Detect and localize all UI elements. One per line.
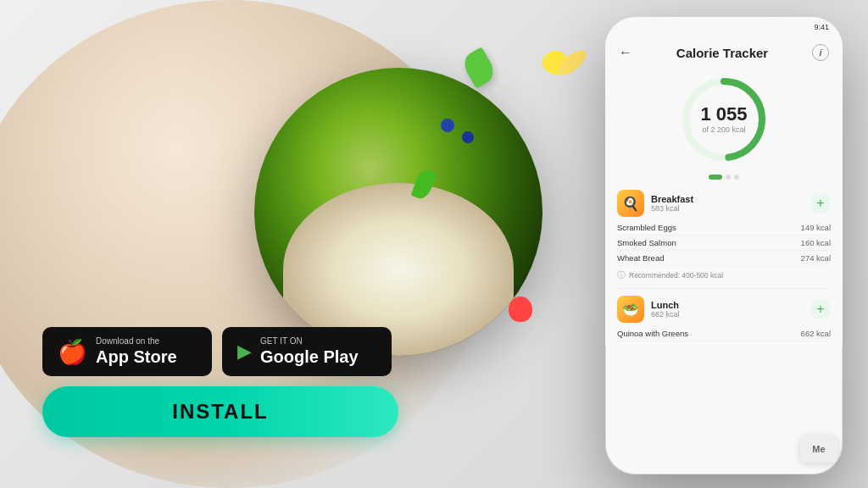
dot-3 xyxy=(734,175,739,180)
google-play-large-label: Google Play xyxy=(260,347,359,367)
recommendation-text: Recommended: 400-500 kcal xyxy=(629,271,723,280)
lunch-section: 🥗 Lunch 662 kcal + Quinoa with Greens 66… xyxy=(605,289,843,345)
dot-1 xyxy=(709,175,722,180)
berry-decoration-1 xyxy=(441,119,454,132)
lunch-header: 🥗 Lunch 662 kcal + xyxy=(617,289,831,326)
breakfast-icon: 🍳 xyxy=(617,190,644,217)
breakfast-section: 🍳 Breakfast 583 kcal + Scrambled Eggs 14… xyxy=(605,183,843,288)
bottom-section: 🍎 Download on the App Store ▶ GET IT ON … xyxy=(42,327,398,437)
breakfast-add-button[interactable]: + xyxy=(810,193,831,214)
meal-item-wheat-bread: Wheat Bread 274 kcal xyxy=(617,251,831,266)
quinoa-cal: 662 kcal xyxy=(801,329,831,338)
calorie-ring: 1 055 of 2 200 kcal xyxy=(677,73,771,166)
scrambled-eggs-name: Scrambled Eggs xyxy=(617,223,676,232)
google-play-icon: ▶ xyxy=(237,341,252,363)
smoked-salmon-cal: 160 kcal xyxy=(801,238,831,247)
scrambled-eggs-cal: 149 kcal xyxy=(801,223,831,232)
phone-header: ← Calorie Tracker i xyxy=(605,37,843,66)
app-store-text: Download on the App Store xyxy=(96,336,177,367)
breakfast-name: Breakfast xyxy=(651,194,693,204)
meal-item-scrambled-eggs: Scrambled Eggs 149 kcal xyxy=(617,220,831,236)
app-store-large-label: App Store xyxy=(96,347,177,367)
breakfast-title-group: Breakfast 583 kcal xyxy=(651,194,693,213)
phone-status-bar: 9:41 xyxy=(605,17,843,37)
info-button[interactable]: i xyxy=(812,44,829,61)
google-play-text: GET IT ON Google Play xyxy=(260,336,359,367)
phone-mockup: 9:41 ← Calorie Tracker i 1 055 of 2 200 … xyxy=(605,17,843,474)
breakfast-header-left: 🍳 Breakfast 583 kcal xyxy=(617,190,693,217)
smoked-salmon-name: Smoked Salmon xyxy=(617,238,676,247)
lunch-add-button[interactable]: + xyxy=(810,299,831,319)
back-button[interactable]: ← xyxy=(619,45,632,60)
lunch-kcal: 662 kcal xyxy=(651,310,680,319)
calorie-section: 1 055 of 2 200 kcal xyxy=(605,66,843,171)
status-bar-time: 9:41 xyxy=(814,23,829,31)
wheat-bread-cal: 274 kcal xyxy=(801,253,831,263)
app-store-button[interactable]: 🍎 Download on the App Store xyxy=(42,327,212,376)
rec-icon: ⓘ xyxy=(617,269,626,281)
lunch-icon: 🥗 xyxy=(617,296,644,323)
google-play-small-label: GET IT ON xyxy=(260,336,359,347)
phone-title: Calorie Tracker xyxy=(676,46,768,60)
breakfast-header: 🍳 Breakfast 583 kcal + xyxy=(617,183,831,220)
dots-indicator xyxy=(605,171,843,183)
berry-decoration-2 xyxy=(462,131,474,143)
google-play-button[interactable]: ▶ GET IT ON Google Play xyxy=(222,327,392,376)
lunch-header-left: 🥗 Lunch 662 kcal xyxy=(617,296,680,323)
salad-bowl-decoration xyxy=(254,68,542,356)
wheat-bread-name: Wheat Bread xyxy=(617,253,664,263)
recommendation-row: ⓘ Recommended: 400-500 kcal xyxy=(617,266,831,285)
calorie-ring-inner: 1 055 of 2 200 kcal xyxy=(677,73,771,166)
quinoa-name: Quinoa with Greens xyxy=(617,329,688,338)
calorie-number: 1 055 xyxy=(700,105,747,124)
lunch-name: Lunch xyxy=(651,300,680,310)
lunch-title-group: Lunch 662 kcal xyxy=(651,300,680,319)
info-icon: i xyxy=(819,47,821,58)
app-store-small-label: Download on the xyxy=(96,336,177,347)
install-button[interactable]: INSTALL xyxy=(42,386,398,437)
meal-item-quinoa: Quinoa with Greens 662 kcal xyxy=(617,326,831,341)
me-badge-label: Me xyxy=(812,444,825,454)
breakfast-kcal: 583 kcal xyxy=(651,204,693,213)
apple-decoration xyxy=(509,297,532,322)
me-badge: Me xyxy=(800,435,837,463)
calorie-of-label: of 2 200 kcal xyxy=(702,125,745,134)
meal-item-smoked-salmon: Smoked Salmon 160 kcal xyxy=(617,236,831,251)
apple-icon: 🍎 xyxy=(58,338,87,366)
dot-2 xyxy=(726,175,731,180)
store-buttons-row: 🍎 Download on the App Store ▶ GET IT ON … xyxy=(42,327,398,376)
